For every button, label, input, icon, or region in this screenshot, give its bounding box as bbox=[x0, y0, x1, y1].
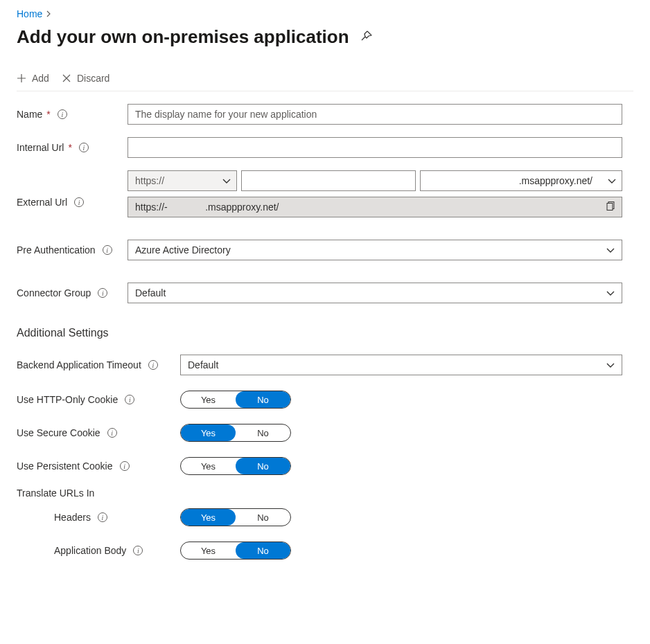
row-name: Name * i bbox=[17, 104, 633, 125]
toggle-yes[interactable]: Yes bbox=[181, 391, 236, 408]
row-external-url: External Url i https:// .msappproxy.net/… bbox=[17, 170, 633, 217]
row-persistent: Use Persistent Cookie i Yes No bbox=[17, 457, 633, 475]
toggle-no[interactable]: No bbox=[236, 424, 290, 441]
page-title: Add your own on-premises application bbox=[17, 26, 349, 48]
chevron-down-icon bbox=[606, 287, 615, 298]
external-url-domain-value: .msappproxy.net/ bbox=[428, 175, 608, 186]
row-connector: Connector Group i Default bbox=[17, 283, 633, 303]
additional-settings-title: Additional Settings bbox=[17, 327, 633, 339]
preauth-value: Azure Active Directory bbox=[135, 244, 606, 256]
row-body: Application Body i Yes No bbox=[17, 542, 633, 560]
persistent-toggle[interactable]: Yes No bbox=[180, 457, 291, 475]
required-icon: * bbox=[68, 142, 71, 153]
external-url-subdomain-input[interactable] bbox=[241, 170, 416, 191]
info-icon[interactable]: i bbox=[148, 360, 158, 370]
chevron-right-icon bbox=[46, 8, 52, 19]
headers-toggle[interactable]: Yes No bbox=[180, 508, 291, 526]
internal-url-label: Internal Url bbox=[17, 142, 64, 153]
body-label: Application Body bbox=[54, 545, 126, 556]
http-only-label: Use HTTP-Only Cookie bbox=[17, 394, 118, 405]
info-icon[interactable]: i bbox=[58, 109, 67, 119]
secure-cookie-label: Use Secure Cookie bbox=[17, 427, 100, 438]
row-secure-cookie: Use Secure Cookie i Yes No bbox=[17, 424, 633, 442]
info-icon[interactable]: i bbox=[74, 197, 84, 207]
preauth-label: Pre Authentication bbox=[17, 244, 96, 256]
copy-icon[interactable] bbox=[606, 202, 616, 213]
toggle-no[interactable]: No bbox=[236, 509, 290, 526]
add-button-label: Add bbox=[32, 73, 49, 84]
svg-rect-1 bbox=[607, 204, 613, 211]
timeout-select[interactable]: Default bbox=[180, 355, 622, 375]
info-icon[interactable]: i bbox=[107, 428, 117, 438]
external-url-domain-select[interactable]: .msappproxy.net/ bbox=[420, 170, 622, 191]
name-input[interactable] bbox=[128, 104, 622, 125]
chevron-down-icon bbox=[606, 244, 615, 256]
breadcrumb-home[interactable]: Home bbox=[17, 8, 42, 19]
title-row: Add your own on-premises application bbox=[17, 26, 633, 48]
internal-url-input[interactable] bbox=[128, 137, 622, 158]
external-url-readonly-value: https://- .msappproxy.net/ bbox=[135, 202, 279, 213]
info-icon[interactable]: i bbox=[98, 288, 107, 298]
info-icon[interactable]: i bbox=[103, 245, 112, 255]
timeout-value: Default bbox=[188, 359, 606, 370]
connector-value: Default bbox=[135, 287, 606, 298]
row-timeout: Backend Application Timeout i Default bbox=[17, 355, 633, 375]
toggle-yes[interactable]: Yes bbox=[181, 424, 236, 441]
preauth-select[interactable]: Azure Active Directory bbox=[128, 240, 622, 260]
discard-button-label: Discard bbox=[77, 73, 109, 84]
row-preauth: Pre Authentication i Azure Active Direct… bbox=[17, 240, 633, 260]
body-toggle[interactable]: Yes No bbox=[180, 542, 291, 560]
discard-button[interactable]: Discard bbox=[62, 73, 109, 84]
persistent-label: Use Persistent Cookie bbox=[17, 460, 113, 472]
row-http-only: Use HTTP-Only Cookie i Yes No bbox=[17, 391, 633, 409]
timeout-label: Backend Application Timeout bbox=[17, 359, 141, 370]
command-bar: Add Discard bbox=[17, 67, 633, 91]
external-url-protocol-value: https:// bbox=[135, 175, 164, 186]
toggle-yes[interactable]: Yes bbox=[181, 542, 236, 559]
info-icon[interactable]: i bbox=[133, 546, 143, 555]
translate-urls-label: Translate URLs In bbox=[17, 488, 633, 499]
http-only-toggle[interactable]: Yes No bbox=[180, 391, 291, 409]
secure-cookie-toggle[interactable]: Yes No bbox=[180, 424, 291, 442]
add-button[interactable]: Add bbox=[17, 73, 49, 84]
pin-icon[interactable] bbox=[360, 30, 373, 44]
chevron-down-icon bbox=[608, 175, 616, 186]
required-icon: * bbox=[46, 109, 50, 120]
toggle-yes[interactable]: Yes bbox=[181, 509, 236, 526]
info-icon[interactable]: i bbox=[120, 461, 130, 471]
breadcrumb: Home bbox=[17, 8, 633, 19]
chevron-down-icon bbox=[222, 175, 231, 186]
external-url-protocol-select[interactable]: https:// bbox=[128, 170, 237, 191]
toggle-no[interactable]: No bbox=[236, 542, 290, 559]
external-url-readonly: https://- .msappproxy.net/ bbox=[128, 197, 622, 217]
headers-label: Headers bbox=[54, 512, 91, 523]
row-headers: Headers i Yes No bbox=[17, 508, 633, 526]
connector-label: Connector Group bbox=[17, 287, 91, 298]
name-label: Name bbox=[17, 109, 42, 120]
toggle-no[interactable]: No bbox=[236, 391, 290, 408]
row-internal-url: Internal Url * i bbox=[17, 137, 633, 158]
connector-select[interactable]: Default bbox=[128, 283, 622, 303]
toggle-yes[interactable]: Yes bbox=[181, 458, 236, 474]
toggle-no[interactable]: No bbox=[236, 458, 290, 474]
info-icon[interactable]: i bbox=[79, 143, 89, 152]
chevron-down-icon bbox=[606, 359, 615, 370]
info-icon[interactable]: i bbox=[98, 512, 107, 522]
info-icon[interactable]: i bbox=[125, 395, 134, 404]
external-url-label: External Url bbox=[17, 197, 67, 208]
